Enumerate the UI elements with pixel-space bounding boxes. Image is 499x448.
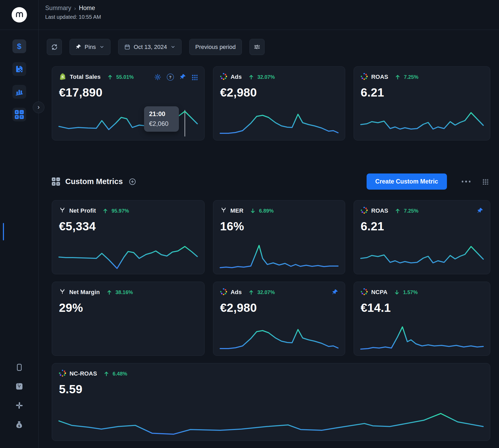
metric-sparkline — [220, 110, 338, 136]
slack-icon — [15, 401, 23, 409]
section-title: Custom Metrics — [65, 177, 123, 186]
metric-card[interactable]: Ads 32.07% €2,980 — [213, 66, 345, 140]
integrations-dots-icon — [220, 73, 227, 80]
grid-icon[interactable] — [191, 74, 197, 80]
metric-card[interactable]: Net Margin 38.16% 29% — [52, 282, 205, 356]
scroll-position-indicator — [3, 223, 4, 240]
metric-title: ROAS — [371, 74, 388, 80]
pins-dropdown[interactable]: Pins — [70, 39, 110, 55]
sidebar-item-bar-chart[interactable] — [12, 85, 26, 99]
integrations-dots-icon — [220, 288, 227, 295]
pin-icon — [76, 44, 81, 50]
compare-period-button[interactable]: Previous period — [189, 39, 242, 55]
metric-card[interactable]: ROAS 7.25% 6.21 — [354, 66, 491, 140]
trend-up-icon — [107, 74, 113, 80]
metric-card[interactable]: NCPA 1.57% €14.1 — [354, 282, 491, 356]
svg-text:$: $ — [18, 424, 20, 428]
trend-up-icon — [395, 74, 400, 80]
trend-up-icon — [107, 290, 112, 295]
sidebar-item-money-bag[interactable]: $ — [15, 420, 24, 429]
trend-up-icon — [395, 208, 400, 214]
sidebar-item-app-box[interactable] — [15, 382, 24, 391]
bar-chart-icon — [15, 88, 24, 96]
money-bag-icon: $ — [15, 420, 23, 429]
metric-title: Ads — [231, 74, 242, 80]
metric-sparkline — [59, 325, 197, 352]
metric-card[interactable]: MER 6.89% 16% — [213, 200, 345, 274]
pin-icon[interactable] — [477, 208, 483, 214]
metric-change: 38.16% — [115, 289, 133, 295]
metric-card[interactable]: Net Profit 95.97% €5,334 — [52, 200, 205, 274]
shopify-logo-icon: S — [59, 73, 66, 80]
filters-button[interactable] — [250, 39, 265, 55]
metric-value: €5,334 — [59, 220, 197, 233]
trend-up-icon — [248, 290, 254, 295]
metric-source-icon — [220, 207, 227, 215]
sidebar-expand-button[interactable]: › — [33, 102, 44, 113]
metric-title: Ads — [231, 289, 242, 296]
breadcrumb-summary[interactable]: Summary — [45, 4, 71, 12]
pin-icon[interactable] — [332, 289, 338, 295]
metric-sparkline — [59, 244, 197, 270]
tooltip-time: 21:00 — [149, 110, 174, 118]
metric-value: 5.59 — [59, 382, 483, 396]
trend-up-icon — [104, 371, 109, 377]
pinned-metrics-grid: S Total Sales 55.01% ? €17,890 21:00€2,0… — [52, 66, 490, 140]
metric-title: Net Profit — [69, 207, 96, 214]
metric-card[interactable]: S Total Sales 55.01% ? €17,890 21:00€2,0… — [52, 66, 205, 140]
trend-up-icon — [103, 208, 108, 214]
whale-logo-icon — [59, 207, 66, 214]
pin-icon[interactable] — [179, 74, 186, 80]
brand-logo[interactable] — [12, 7, 27, 22]
integrations-dots-icon — [59, 370, 66, 377]
metric-value: 6.21 — [361, 86, 483, 99]
metric-source-icon — [361, 73, 368, 81]
tooltip-value: €2,060 — [149, 120, 174, 127]
sidebar-item-save[interactable] — [12, 62, 26, 76]
metric-change: 6.89% — [259, 208, 274, 214]
metric-sparkline — [220, 244, 338, 270]
layout-grid-icon[interactable] — [482, 179, 488, 185]
create-custom-metric-button[interactable]: Create Custom Metric — [367, 173, 447, 190]
app-window: Summary › Home Last updated: 10:55 AM $+… — [0, 0, 499, 448]
refresh-button[interactable] — [47, 39, 62, 55]
sidebar-item-dollar[interactable]: $ — [12, 39, 26, 53]
integrations-dots-icon — [361, 73, 368, 80]
sidebar-item-calculator[interactable]: +−×= — [12, 108, 26, 121]
metric-change: 7.25% — [404, 74, 418, 80]
metric-card[interactable]: Ads 32.07% €2,980 — [213, 282, 345, 356]
sidebar-item-phone[interactable] — [15, 363, 24, 372]
trend-down-icon — [250, 208, 256, 214]
add-metric-icon[interactable] — [129, 178, 136, 185]
metric-card[interactable]: ROAS 7.25% 6.21 — [354, 200, 491, 274]
date-picker-button[interactable]: Oct 13, 2024 — [118, 39, 182, 55]
more-options-icon[interactable] — [462, 181, 471, 182]
refresh-icon — [51, 44, 58, 51]
breadcrumb-home[interactable]: Home — [79, 4, 95, 12]
metric-title: ROAS — [371, 207, 388, 214]
breadcrumb: Summary › Home — [45, 4, 499, 12]
metric-source-icon — [361, 207, 368, 215]
metric-card[interactable]: NC-ROAS 6.48% 5.59 — [52, 363, 490, 441]
integrations-dots-icon — [361, 207, 368, 214]
toolbar: Pins Oct 13, 2024 Previous period — [47, 39, 490, 55]
breadcrumb-separator-icon: › — [74, 5, 76, 11]
metric-change: 6.48% — [113, 371, 127, 377]
integrations-dots-icon — [361, 288, 368, 295]
help-icon[interactable]: ? — [167, 74, 174, 81]
calculator-icon: +−×= — [15, 110, 24, 119]
metric-source-icon — [220, 73, 227, 81]
metric-value: 29% — [59, 301, 197, 315]
metric-sparkline — [220, 325, 338, 352]
metric-source-icon — [220, 288, 227, 296]
metric-title: NCPA — [371, 289, 388, 296]
sidebar-item-slack[interactable] — [15, 401, 24, 410]
gear-icon[interactable] — [154, 74, 161, 81]
metric-change: 7.25% — [404, 208, 418, 214]
metric-value: €17,890 — [59, 86, 197, 99]
last-updated-text: Last updated: 10:55 AM — [45, 14, 499, 20]
calculator-icon: +−×= — [52, 177, 60, 186]
card-actions — [332, 289, 338, 295]
sliders-icon — [254, 44, 260, 50]
metric-change: 1.57% — [403, 289, 418, 295]
